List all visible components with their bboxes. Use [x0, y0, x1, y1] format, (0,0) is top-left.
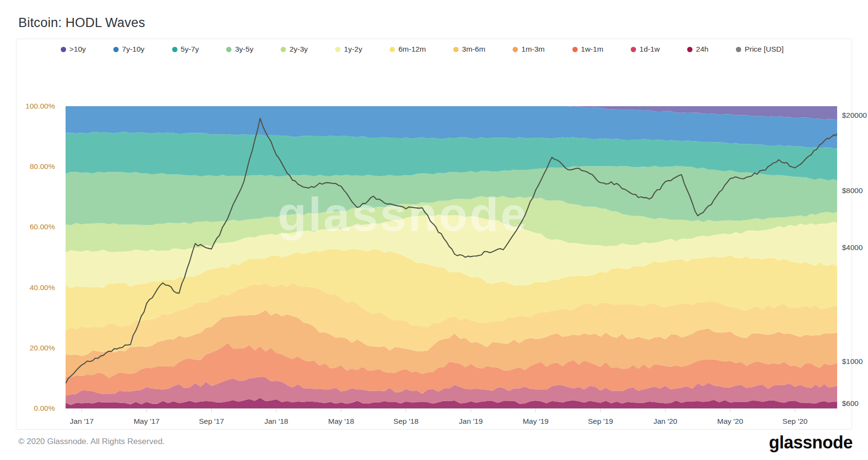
y-axis-right-label: $20000 — [842, 111, 867, 120]
y-axis-right-label: $8000 — [842, 186, 863, 195]
legend-dot-icon — [172, 47, 177, 52]
x-axis-label: Jan '17 — [70, 417, 94, 426]
legend-label: >10y — [69, 45, 86, 54]
legend-item-24h[interactable]: 24h — [687, 45, 708, 54]
y-axis-right-label: $1000 — [842, 357, 863, 366]
legend-dot-icon — [736, 47, 741, 52]
legend-dot-icon — [453, 47, 459, 52]
glassnode-logo[interactable]: glassnode — [769, 432, 853, 453]
x-axis-label: Sep '19 — [588, 417, 613, 426]
legend-item-6m-12m[interactable]: 6m-12m — [390, 45, 426, 54]
y-axis-left-label: 40.00% — [29, 283, 55, 292]
y-axis-left-label: 20.00% — [29, 344, 55, 352]
x-axis-label: Jan '20 — [653, 417, 678, 426]
y-axis-left-label: 60.00% — [29, 223, 55, 231]
legend-item-1w-1m[interactable]: 1w-1m — [572, 45, 604, 54]
legend-dot-icon — [281, 47, 286, 52]
x-axis-label: Jan '19 — [459, 417, 483, 426]
legend-label: 3y-5y — [235, 45, 253, 54]
legend-item-3m-6m[interactable]: 3m-6m — [453, 45, 485, 54]
y-axis-right-label: $600 — [842, 399, 858, 408]
x-axis-label: May '17 — [134, 417, 160, 426]
x-axis: Jan '17May '17Sep '17Jan '18May '18Sep '… — [66, 415, 837, 427]
legend-item-1y-2y[interactable]: 1y-2y — [335, 45, 362, 54]
legend-item--10y[interactable]: >10y — [61, 45, 86, 54]
legend-label: 1y-2y — [344, 45, 362, 54]
legend-item-5y-7y[interactable]: 5y-7y — [172, 45, 199, 54]
legend-dot-icon — [513, 47, 518, 52]
y-axis-left-label: 0.00% — [34, 404, 55, 413]
legend-label: 1m-3m — [521, 45, 544, 54]
legend-label: 5y-7y — [181, 45, 199, 54]
x-axis-label: May '20 — [717, 417, 743, 426]
legend-label: 2y-3y — [289, 45, 308, 54]
legend-item-3y-5y[interactable]: 3y-5y — [226, 45, 253, 54]
legend-label: 6m-12m — [398, 45, 426, 54]
page-title: Bitcoin: HODL Waves — [18, 15, 145, 30]
legend-dot-icon — [113, 47, 119, 52]
legend-dot-icon — [572, 47, 578, 52]
legend-item-7y-10y[interactable]: 7y-10y — [113, 45, 145, 54]
copyright-text: © 2020 Glassnode. All Rights Reserved. — [18, 437, 165, 446]
y-axis-right-label: $4000 — [842, 243, 863, 252]
hodl-chart-svg: glassnode — [66, 106, 837, 415]
legend-dot-icon — [687, 47, 692, 52]
legend-label: 3m-6m — [462, 45, 485, 54]
y-axis-left: 100.00%80.00%60.00%40.00%20.00%0.00% — [16, 106, 61, 408]
legend-dot-icon — [390, 47, 395, 52]
legend-label: 1d-1w — [639, 45, 660, 54]
x-axis-label: Sep '17 — [199, 417, 224, 426]
x-axis-label: May '19 — [523, 417, 549, 426]
legend-label: 24h — [696, 45, 708, 54]
legend-dot-icon — [631, 47, 636, 52]
legend-label: 1w-1m — [581, 45, 604, 54]
x-axis-label: May '18 — [328, 417, 354, 426]
y-axis-left-label: 100.00% — [26, 102, 55, 111]
legend-dot-icon — [226, 47, 231, 52]
plot-area: glassnode — [66, 106, 837, 415]
legend-item-price-usd-[interactable]: Price [USD] — [736, 45, 784, 54]
legend-label: Price [USD] — [745, 45, 784, 54]
legend-label: 7y-10y — [122, 45, 145, 54]
watermark-text: glassnode — [278, 188, 529, 241]
chart-legend: >10y7y-10y5y-7y3y-5y2y-3y1y-2y6m-12m3m-6… — [61, 45, 837, 54]
chart-panel: >10y7y-10y5y-7y3y-5y2y-3y1y-2y6m-12m3m-6… — [16, 39, 852, 430]
y-axis-right: $20000$8000$4000$1000$600 — [842, 106, 868, 408]
x-axis-label: Sep '18 — [393, 417, 419, 426]
x-axis-label: Sep '20 — [783, 417, 808, 426]
legend-dot-icon — [335, 47, 340, 52]
legend-dot-icon — [61, 47, 66, 52]
legend-item-2y-3y[interactable]: 2y-3y — [281, 45, 308, 54]
legend-item-1m-3m[interactable]: 1m-3m — [513, 45, 544, 54]
legend-item-1d-1w[interactable]: 1d-1w — [631, 45, 660, 54]
x-axis-label: Jan '18 — [264, 417, 288, 426]
y-axis-left-label: 80.00% — [29, 162, 55, 171]
